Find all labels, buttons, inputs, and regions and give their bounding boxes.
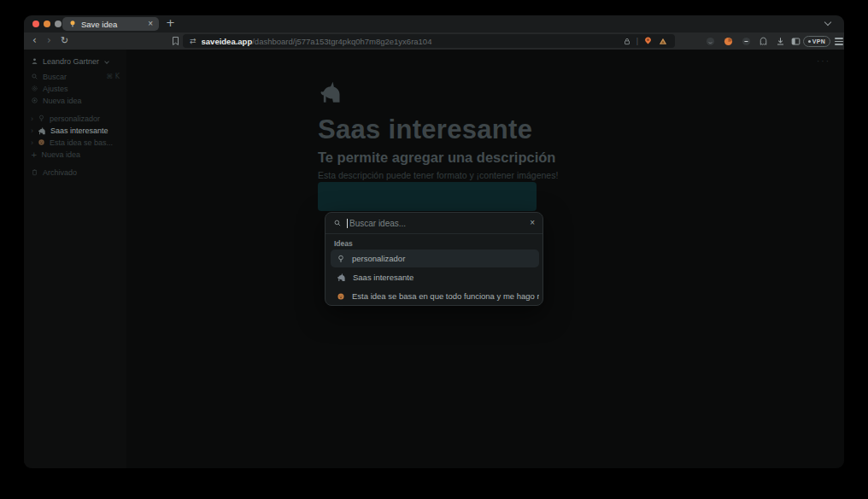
- extension-ghost-icon[interactable]: [758, 36, 769, 47]
- unicorn-icon: [337, 273, 346, 282]
- user-menu[interactable]: Leandro Gartner: [24, 56, 126, 67]
- idea-label: personalizador: [50, 114, 100, 123]
- archived-label: Archivado: [43, 168, 77, 177]
- settings-label: Ajustes: [43, 85, 68, 93]
- page-subtitle: Te permite agregar una descripción: [318, 150, 555, 166]
- page-title: Saas interesante: [318, 114, 532, 145]
- modal-item-esta-idea[interactable]: Esta idea se basa en que todo funciona y…: [331, 287, 539, 305]
- lock-icon[interactable]: [623, 37, 631, 46]
- tab-close-icon[interactable]: ×: [148, 20, 153, 28]
- search-ideas-input[interactable]: [347, 219, 525, 228]
- description-helper-text: Esta descripción puede tener formato y ¡…: [318, 170, 558, 180]
- sidebar-item-new-idea-list[interactable]: + Nueva idea: [24, 149, 126, 160]
- money-face-icon: [337, 292, 345, 301]
- modal-item-saas-interesante[interactable]: Saas interesante: [331, 268, 539, 286]
- plus-icon: +: [31, 150, 38, 159]
- modal-section-label: Ideas: [334, 239, 353, 248]
- modal-item-label: Saas interesante: [353, 273, 413, 282]
- trash-icon: [31, 168, 38, 176]
- modal-item-label: Esta idea se basa en que todo funciona y…: [352, 291, 539, 301]
- search-icon: [31, 73, 38, 80]
- url-path: /dashboard/j577a153tgr4pkq0h7m8g2e1yx6ra…: [252, 37, 431, 46]
- user-name: Leandro Gartner: [43, 57, 99, 66]
- downloads-icon[interactable]: [775, 36, 786, 47]
- browser-menu-icon[interactable]: [835, 38, 843, 47]
- new-tab-button[interactable]: +: [166, 16, 175, 29]
- modal-search-row: ×: [326, 213, 542, 234]
- browser-toolbar: ‹ › ↻ ⇄ saveidea.app/dashboard/j577a153t…: [24, 32, 844, 50]
- tab-search-chevron-icon[interactable]: [824, 19, 831, 26]
- omnibox-right-icons: |: [623, 36, 668, 46]
- browser-window: Save idea × + ‹ › ↻ ⇄ saveidea.app/dashb…: [24, 15, 844, 468]
- lightbulb-icon: [337, 255, 345, 263]
- idea-label: Saas interesante: [50, 126, 108, 135]
- site-switch-icon[interactable]: ⇄: [190, 37, 196, 45]
- vpn-status-dot: [808, 40, 811, 43]
- desktop: Save idea × + ‹ › ↻ ⇄ saveidea.app/dashb…: [0, 0, 868, 499]
- modal-item-personalizador[interactable]: personalizador: [331, 250, 539, 267]
- extension-blocker-icon[interactable]: [741, 36, 752, 47]
- back-button[interactable]: ‹: [32, 34, 37, 46]
- idea-label: Esta idea se bas...: [50, 138, 113, 147]
- app-sidebar: Leandro Gartner Buscar ⌘ K: [24, 50, 126, 468]
- user-chevron-icon: [104, 59, 109, 64]
- new-idea-row-label: Nueva idea: [42, 150, 81, 159]
- omnibox-separator: |: [636, 37, 638, 45]
- lightbulb-favicon-icon: [68, 20, 77, 28]
- lightbulb-icon: [38, 114, 45, 122]
- sidebar-item-archived[interactable]: Archivado: [24, 167, 126, 178]
- vpn-badge[interactable]: VPN: [803, 36, 830, 47]
- chevron-right-icon[interactable]: ›: [31, 114, 33, 123]
- modal-item-label: personalizador: [352, 254, 405, 263]
- search-icon: [333, 219, 342, 227]
- search-input-wrap: [347, 213, 525, 233]
- text-caret: [347, 219, 348, 228]
- new-idea-label: Nueva idea: [43, 97, 82, 105]
- sidebar-idea-saas-interesante[interactable]: › Saas interesante: [24, 125, 126, 136]
- reload-button[interactable]: ↻: [61, 35, 68, 46]
- extension-monkey-icon[interactable]: [705, 36, 716, 47]
- address-bar[interactable]: ⇄ saveidea.app/dashboard/j577a153tgr4pkq…: [183, 34, 675, 48]
- url-domain: saveidea.app: [202, 37, 253, 46]
- side-panel-icon[interactable]: [790, 36, 801, 47]
- page-overflow-menu[interactable]: ···: [817, 56, 830, 66]
- plus-circle-icon: [31, 97, 38, 104]
- extension-fox-icon[interactable]: [723, 36, 734, 47]
- url-text[interactable]: saveidea.app/dashboard/j577a153tgr4pkq0h…: [202, 37, 618, 46]
- page-content: Leandro Gartner Buscar ⌘ K: [24, 50, 844, 468]
- minimize-window-button[interactable]: [44, 21, 50, 27]
- search-ideas-modal: × Ideas personalizador Saas interesante: [325, 212, 543, 306]
- tab-title: Save idea: [81, 20, 144, 29]
- pin-extension-icon[interactable]: [643, 36, 653, 46]
- sidebar-item-new-idea[interactable]: Nueva idea: [24, 95, 126, 106]
- unicorn-emoji: [319, 80, 343, 104]
- chevron-right-icon[interactable]: ›: [31, 126, 33, 135]
- bookmark-icon[interactable]: [171, 36, 180, 46]
- gear-icon: [31, 85, 38, 92]
- avatar-icon: [31, 57, 38, 65]
- browser-tab[interactable]: Save idea ×: [62, 17, 159, 31]
- money-face-icon: [38, 138, 45, 146]
- triangle-extension-icon[interactable]: [658, 37, 668, 46]
- modal-close-icon[interactable]: ×: [530, 219, 535, 227]
- sidebar-item-search[interactable]: Buscar ⌘ K: [24, 71, 126, 82]
- vpn-label: VPN: [812, 38, 825, 44]
- tab-strip: Save idea × +: [24, 15, 844, 32]
- description-panel[interactable]: [318, 182, 537, 211]
- sidebar-idea-personalizador[interactable]: › personalizador: [24, 113, 126, 124]
- search-shortcut: ⌘ K: [106, 73, 120, 80]
- zoom-window-button[interactable]: [55, 21, 62, 27]
- unicorn-icon: [38, 126, 46, 135]
- chevron-right-icon[interactable]: ›: [31, 138, 33, 147]
- forward-button[interactable]: ›: [47, 34, 51, 46]
- close-window-button[interactable]: [32, 21, 39, 27]
- sidebar-idea-esta-idea[interactable]: › Esta idea se bas...: [24, 137, 126, 148]
- search-label: Buscar: [43, 73, 67, 81]
- sidebar-item-settings[interactable]: Ajustes: [24, 83, 126, 94]
